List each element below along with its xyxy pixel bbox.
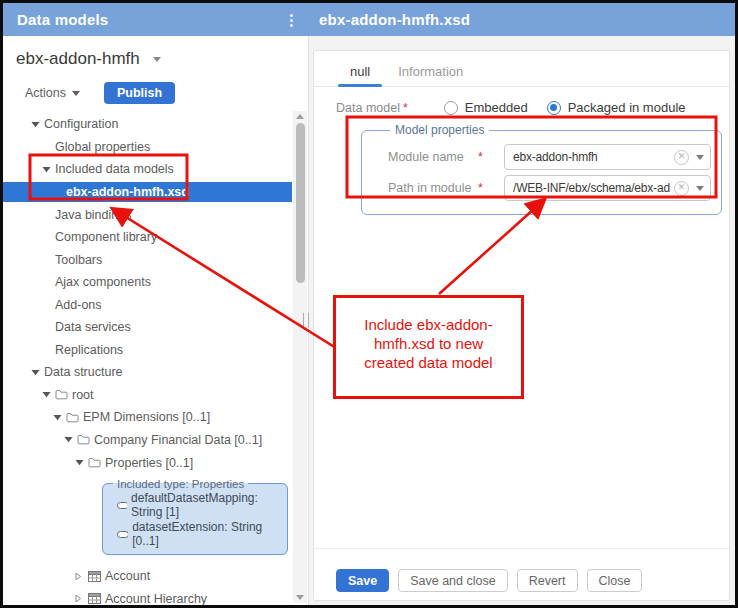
publish-button[interactable]: Publish	[104, 82, 175, 104]
actions-label: Actions	[25, 86, 66, 100]
save-button[interactable]: Save	[336, 569, 389, 592]
scroll-up-arrow-icon[interactable]	[296, 114, 304, 119]
dropdown-caret-icon[interactable]	[696, 186, 704, 191]
tab-bar: nullInformation	[314, 59, 729, 87]
dropdown-caret-icon[interactable]	[696, 155, 704, 160]
page-title: Data models	[17, 11, 108, 28]
tree-item-label: Included data models	[55, 162, 174, 176]
toggle-collapsed-icon[interactable]	[75, 594, 82, 603]
tree-item-epm-dimensions-0-1[interactable]: EPM Dimensions [0..1]	[3, 406, 292, 429]
toggle-expanded-icon[interactable]	[31, 369, 40, 376]
tree-item-company-financial-data-0-1[interactable]: Company Financial Data [0..1]	[3, 429, 292, 452]
field-label: Path in module	[388, 181, 478, 195]
toggle-expanded-icon[interactable]	[64, 436, 73, 443]
tree-item-included-data-models[interactable]: Included data models	[3, 158, 292, 181]
tree-item-toolbars[interactable]: Toolbars	[3, 248, 292, 271]
chevron-down-icon	[72, 91, 80, 96]
tree-item-label: Add-ons	[55, 298, 102, 312]
tree-item-configuration[interactable]: Configuration	[3, 113, 292, 136]
tree-item-ajax-components[interactable]: Ajax components	[3, 271, 292, 294]
data-model-label: Data model	[336, 101, 400, 115]
tree-item-properties-0-1[interactable]: Properties [0..1]	[3, 451, 292, 474]
scrollbar-thumb[interactable]	[296, 123, 305, 283]
radio-unselected-icon[interactable]	[444, 101, 458, 115]
form-row-module-name: Module name*ebx-addon-hmfh✕	[388, 144, 711, 170]
close-button[interactable]: Close	[587, 569, 643, 592]
radio-selected-icon[interactable]	[547, 101, 561, 115]
data-model-row: Data model * EmbeddedPackaged in module	[336, 100, 686, 115]
footer-divider	[314, 548, 729, 549]
data-model-radio-group: EmbeddedPackaged in module	[444, 100, 686, 115]
folder-icon	[55, 389, 68, 400]
tree-item-add-ons[interactable]: Add-ons	[3, 293, 292, 316]
tree-item-label: EPM Dimensions [0..1]	[83, 410, 210, 424]
tree-item-label: Configuration	[44, 117, 118, 131]
model-properties-fieldset: Model properties Module name*ebx-addon-h…	[361, 123, 722, 215]
path-in-module-combobox[interactable]: /WEB-INF/ebx/schema/ebx-addon-hr✕	[504, 175, 711, 201]
tree-item-data-structure[interactable]: Data structure	[3, 361, 292, 384]
folder-icon	[77, 434, 90, 445]
tree-item-label: ebx-addon-hmfh.xsd	[66, 185, 189, 199]
app-header: Data models ebx-addon-hmfh.xsd	[3, 3, 735, 36]
revert-button[interactable]: Revert	[517, 569, 578, 592]
model-title-row[interactable]: ebx-addon-hmfh	[16, 49, 161, 69]
radio-packaged-in-module[interactable]: Packaged in module	[547, 100, 686, 115]
tree-item-label: Company Financial Data [0..1]	[94, 433, 262, 447]
required-marker: *	[478, 150, 504, 164]
tree-item-label: Global properties	[55, 140, 150, 154]
toggle-collapsed-icon[interactable]	[75, 572, 82, 581]
document-title: ebx-addon-hmfh.xsd	[319, 11, 470, 28]
sidebar-scrollbar[interactable]	[293, 111, 307, 603]
chevron-down-icon[interactable]	[153, 57, 161, 62]
table-icon	[88, 593, 101, 604]
tree-item-java-bindings[interactable]: Java bindings	[3, 203, 292, 226]
tree-item-label: Data structure	[44, 365, 123, 379]
footer-button-bar: SaveSave and closeRevertClose	[336, 569, 642, 592]
included-type-box: Included type: PropertiesdefaultDatasetM…	[102, 478, 288, 555]
tree-item-label: Java bindings	[55, 208, 131, 222]
tree-item-label: Data services	[55, 320, 131, 334]
included-type-legend: Included type: Properties	[113, 478, 248, 490]
tree-item-account-hierarchy[interactable]: Account Hierarchy	[3, 587, 292, 605]
tree-item-component-library[interactable]: Component library	[3, 226, 292, 249]
actions-menu[interactable]: Actions	[25, 86, 80, 100]
included-type-field[interactable]: datasetExtension: String [0..1]	[117, 520, 281, 549]
included-type-field-label: datasetExtension: String [0..1]	[132, 520, 281, 549]
included-type-field-label: defaultDatasetMapping: String [1]	[131, 491, 281, 520]
radio-embedded[interactable]: Embedded	[444, 100, 528, 115]
fieldset-legend: Model properties	[390, 123, 489, 137]
field-pill-icon	[117, 502, 127, 509]
save-and-close-button[interactable]: Save and close	[398, 569, 507, 592]
splitter-grip[interactable]	[303, 313, 309, 327]
module-name-combobox[interactable]: ebx-addon-hmfh✕	[504, 144, 711, 170]
model-title: ebx-addon-hmfh	[16, 49, 140, 69]
toggle-expanded-icon[interactable]	[31, 121, 40, 128]
kebab-menu-icon[interactable]	[283, 11, 299, 29]
form-row-path-in-module: Path in module*/WEB-INF/ebx/schema/ebx-a…	[388, 175, 711, 201]
tab-information[interactable]: Information	[384, 59, 477, 86]
tree-item-data-services[interactable]: Data services	[3, 316, 292, 339]
radio-label: Embedded	[465, 100, 528, 115]
tree-item-label: Account Hierarchy	[105, 592, 207, 605]
combobox-value: /WEB-INF/ebx/schema/ebx-addon-hr	[513, 181, 670, 195]
tree-item-global-properties[interactable]: Global properties	[3, 136, 292, 159]
scroll-down-arrow-icon[interactable]	[296, 595, 304, 600]
tree-item-ebx-addon-hmfh-xsd[interactable]: ebx-addon-hmfh.xsd	[3, 182, 292, 202]
clear-circle-icon[interactable]: ✕	[674, 150, 689, 165]
tree-item-root[interactable]: root	[3, 384, 292, 407]
tree-item-label: Properties [0..1]	[105, 456, 193, 470]
tree-item-label: Account	[105, 569, 150, 583]
toggle-expanded-icon[interactable]	[53, 414, 62, 421]
toggle-expanded-icon[interactable]	[42, 166, 51, 173]
included-type-field[interactable]: defaultDatasetMapping: String [1]	[117, 491, 281, 520]
toggle-expanded-icon[interactable]	[42, 391, 51, 398]
folder-icon	[66, 412, 79, 423]
clear-circle-icon[interactable]: ✕	[674, 181, 689, 196]
field-label: Module name	[388, 150, 478, 164]
tree-item-replications[interactable]: Replications	[3, 339, 292, 362]
tree-item-label: Component library	[55, 230, 157, 244]
tree-item-account[interactable]: Account	[3, 565, 292, 588]
tab-null[interactable]: null	[336, 59, 384, 86]
combobox-value: ebx-addon-hmfh	[513, 150, 670, 164]
toggle-expanded-icon[interactable]	[75, 459, 84, 466]
